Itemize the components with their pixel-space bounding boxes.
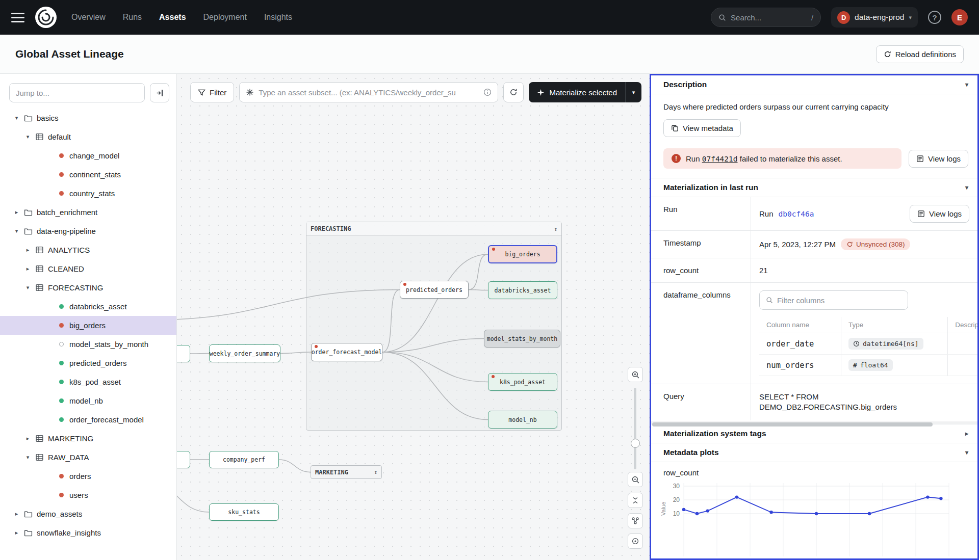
description-section-header[interactable]: Description ▾ (651, 75, 977, 94)
menu-icon[interactable] (11, 13, 24, 22)
jump-to-input[interactable] (9, 83, 145, 102)
asset-node-big_orders[interactable]: big_orders (488, 245, 557, 263)
filter-columns-input[interactable] (777, 296, 901, 305)
chevron-right-icon[interactable]: ▸ (13, 511, 20, 517)
unsynced-badge[interactable]: Unsynced (308) (841, 238, 910, 250)
chevron-down-icon[interactable]: ▾ (965, 184, 968, 191)
chevron-right-icon[interactable]: ▸ (24, 265, 31, 272)
tree-item-snowflake_insights[interactable]: ▸snowflake_insights (0, 523, 176, 542)
tree-item-databricks_asset[interactable]: databricks_asset (0, 297, 176, 316)
nav-item-overview[interactable]: Overview (71, 13, 106, 22)
nav-item-insights[interactable]: Insights (264, 13, 292, 22)
filter-icon (198, 89, 205, 96)
refresh-icon (884, 50, 891, 58)
tree-item-ANALYTICS[interactable]: ▸ANALYTICS (0, 241, 176, 259)
reload-definitions-button[interactable]: Reload definitions (876, 45, 964, 63)
asset-node-company_perf[interactable]: company_perf (209, 451, 279, 468)
metadata-plots-section-header[interactable]: Metadata plots ▾ (651, 443, 977, 462)
tree-item-users[interactable]: users (0, 486, 176, 504)
materialization-section-header[interactable]: Materialization in last run ▾ (651, 178, 977, 197)
alert-view-logs-button[interactable]: View logs (909, 150, 968, 168)
help-icon[interactable]: ? (928, 11, 941, 24)
asset-node-databricks_asset[interactable]: databricks_asset (488, 281, 557, 299)
tree-item-RAW_DATA[interactable]: ▾RAW_DATA (0, 448, 176, 467)
materialize-selected-button[interactable]: Materialize selected (529, 82, 625, 102)
collapse-sidebar-button[interactable] (150, 83, 169, 102)
horizontal-scrollbar[interactable] (651, 421, 977, 424)
chevron-down-icon[interactable]: ▾ (965, 449, 968, 456)
query-value: SELECT * FROM DEMO_DB2.FORECASTING.big_o… (759, 392, 928, 413)
tree-item-order_forecast_model[interactable]: order_forecast_model (0, 410, 176, 429)
asset-node-order_forecast_model[interactable]: order_forecast_model (311, 343, 382, 361)
asset-node-model_nb[interactable]: model_nb (488, 411, 557, 429)
tree-item-orders[interactable]: orders (0, 467, 176, 486)
expand-group-icon[interactable]: ↕ (374, 469, 377, 475)
chevron-down-icon[interactable]: ▾ (965, 81, 968, 88)
user-avatar[interactable]: E (951, 9, 968, 25)
view-metadata-button[interactable]: View metadata (663, 119, 741, 137)
asset-subset-input[interactable] (259, 88, 479, 97)
tree-item-country_stats[interactable]: country_stats (0, 184, 176, 203)
asset-node-model_stats_by_month[interactable]: model_stats_by_month (484, 330, 560, 348)
chevron-right-icon[interactable]: ▸ (965, 430, 968, 437)
chevron-down-icon[interactable]: ▾ (13, 115, 20, 121)
recenter-button[interactable] (628, 534, 643, 549)
tree-item-predicted_orders[interactable]: predicted_orders (0, 354, 176, 372)
failed-run-link[interactable]: 07f4421d (702, 155, 738, 163)
zoom-slider-handle[interactable] (631, 439, 640, 448)
chevron-down-icon[interactable]: ▾ (24, 454, 31, 461)
tree-item-CLEANED[interactable]: ▸CLEANED (0, 259, 176, 278)
zoom-slider-track[interactable] (634, 388, 636, 469)
run-id-link[interactable]: db0cf46a (779, 210, 814, 218)
tree-item-continent_stats[interactable]: continent_stats (0, 165, 176, 184)
asset-node-stub1[interactable] (177, 345, 190, 362)
tree-item-data-eng-pipeline[interactable]: ▾data-eng-pipeline (0, 222, 176, 241)
arrange-graph-button[interactable] (628, 513, 643, 528)
deployment-switcher[interactable]: D data-eng-prod ▾ (831, 7, 918, 28)
chevron-right-icon[interactable]: ▸ (13, 209, 20, 216)
tree-item-FORECASTING[interactable]: ▾FORECASTING (0, 278, 176, 297)
materialize-dropdown-button[interactable]: ▾ (625, 82, 641, 102)
chevron-right-icon[interactable]: ▸ (13, 529, 20, 536)
asset-node-weekly_order_summary[interactable]: weekly_order_summary (209, 344, 280, 362)
tree-item-demo_assets[interactable]: ▸demo_assets (0, 504, 176, 523)
collapse-groups-button[interactable] (628, 493, 643, 508)
tree-item-basics[interactable]: ▾basics (0, 109, 176, 127)
dagster-logo[interactable] (35, 6, 57, 29)
refresh-icon (509, 88, 518, 96)
filter-button[interactable]: Filter (190, 82, 234, 102)
tree-item-model_nb[interactable]: model_nb (0, 391, 176, 410)
tree-item-label: k8s_pod_asset (69, 378, 121, 386)
tree-item-default[interactable]: ▾default (0, 127, 176, 146)
asset-node-sku_stats[interactable]: sku_stats (209, 503, 279, 521)
zoom-out-button[interactable] (628, 472, 643, 487)
nav-item-runs[interactable]: Runs (123, 13, 142, 22)
asset-node-predicted_orders[interactable]: predicted_orders (400, 281, 469, 299)
chevron-down-icon[interactable]: ▾ (24, 134, 31, 140)
tree-item-change_model[interactable]: change_model (0, 146, 176, 165)
chevron-down-icon[interactable]: ▾ (13, 228, 20, 234)
zoom-in-button[interactable] (628, 367, 643, 382)
scrollbar-thumb[interactable] (652, 422, 933, 426)
tree-item-label: snowflake_insights (37, 528, 101, 537)
asset-node-stub2[interactable] (177, 451, 190, 468)
tree-item-big_orders[interactable]: big_orders (0, 316, 176, 335)
tree-item-model_stats_by_month[interactable]: model_stats_by_month (0, 335, 176, 354)
tree-item-k8s_pod_asset[interactable]: k8s_pod_asset (0, 372, 176, 391)
info-icon[interactable] (483, 88, 492, 96)
refresh-graph-button[interactable] (503, 82, 524, 102)
system-tags-section-header[interactable]: Materialization system tags ▸ (651, 424, 977, 443)
group-marketing-collapsed[interactable]: MARKETING↕ (311, 465, 382, 479)
asset-node-k8s_pod_asset[interactable]: k8s_pod_asset (488, 373, 557, 391)
search-input[interactable]: Search... / (711, 8, 821, 27)
view-logs-button[interactable]: View logs (910, 205, 969, 223)
tree-item-MARKETING[interactable]: ▸MARKETING (0, 429, 176, 448)
lineage-canvas[interactable]: Filter Materialize selected ▾ FORECASTIN… (177, 74, 650, 560)
nav-item-deployment[interactable]: Deployment (203, 13, 247, 22)
tree-item-batch_enrichment[interactable]: ▸batch_enrichment (0, 203, 176, 222)
asset-status-dot (59, 398, 64, 403)
chevron-right-icon[interactable]: ▸ (24, 247, 31, 253)
chevron-down-icon[interactable]: ▾ (24, 284, 31, 291)
chevron-right-icon[interactable]: ▸ (24, 435, 31, 442)
nav-item-assets[interactable]: Assets (159, 13, 186, 22)
